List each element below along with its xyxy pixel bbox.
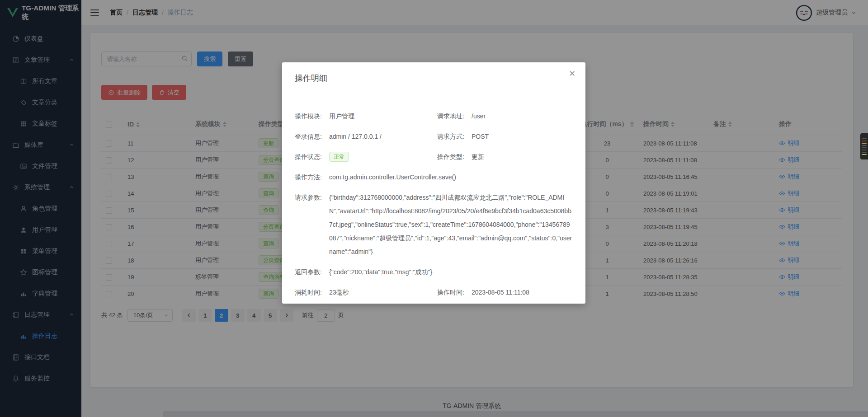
detail-row: 消耗时间:23毫秒操作时间:2023-08-05 11:11:08 [295, 286, 573, 299]
field-label: 消耗时间: [295, 286, 329, 299]
field-value: 2023-08-05 11:11:08 [472, 286, 529, 299]
field-value: admin / 127.0.0.1 / [329, 130, 382, 143]
detail-row: 操作模块:用户管理请求地址:/user [295, 109, 573, 123]
field-label: 请求方式: [437, 130, 472, 143]
close-icon[interactable]: ✕ [569, 70, 576, 78]
field-value: POST [472, 130, 489, 143]
field-value: 用户管理 [329, 109, 354, 123]
operation-detail-dialog: ✕ 操作明细 操作模块:用户管理请求地址:/user登录信息:admin / 1… [282, 62, 585, 304]
field-label: 返回参数: [295, 265, 329, 279]
field-label: 登录信息: [295, 130, 329, 143]
status-tag: 正常 [329, 152, 349, 162]
detail-row: 操作方法:com.tg.admin.controller.UserControl… [295, 170, 573, 184]
field-label: 操作模块: [295, 109, 329, 123]
field-value: 23毫秒 [329, 286, 349, 299]
field-label: 操作状态: [295, 150, 329, 164]
detail-row: 返回参数:{"code":200,"data":true,"msg":"成功"} [295, 265, 573, 279]
field-label: 请求参数: [295, 191, 329, 204]
dialog-body: 操作模块:用户管理请求地址:/user登录信息:admin / 127.0.0.… [295, 109, 573, 299]
browser-extension-flap[interactable] [860, 133, 868, 159]
field-value: {"birthday":312768000000,"address":"四川成都… [329, 191, 573, 258]
field-label: 操作类型: [437, 150, 472, 164]
field-label: 操作方法: [295, 170, 329, 184]
field-label: 操作时间: [437, 286, 472, 299]
field-value: 更新 [472, 150, 484, 164]
detail-row: 操作状态:正常操作类型:更新 [295, 150, 573, 164]
field-label: 请求地址: [437, 109, 472, 123]
field-value: com.tg.admin.controller.UserController.s… [329, 170, 456, 184]
field-value: /user [472, 109, 486, 123]
detail-row: 登录信息:admin / 127.0.0.1 /请求方式:POST [295, 130, 573, 143]
field-value: {"code":200,"data":true,"msg":"成功"} [329, 265, 432, 279]
dialog-title: 操作明细 [295, 62, 573, 84]
detail-row: 请求参数:{"birthday":312768000000,"address":… [295, 191, 573, 258]
